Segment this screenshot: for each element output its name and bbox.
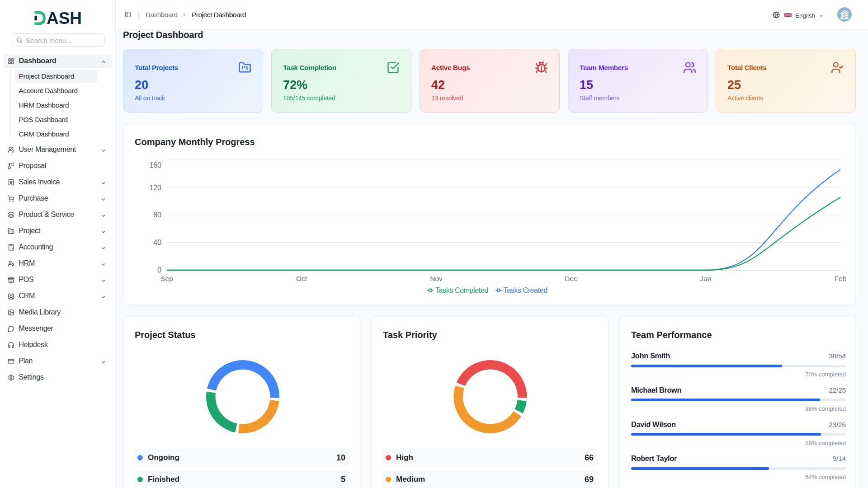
svg-text:40: 40 <box>153 239 161 246</box>
svg-text:160: 160 <box>149 161 161 169</box>
svg-text:Tasks Created: Tasks Created <box>504 286 547 294</box>
svg-text:Jan: Jan <box>700 275 712 282</box>
svg-text:Sep: Sep <box>160 275 173 282</box>
svg-text:80: 80 <box>153 211 161 219</box>
svg-text:0: 0 <box>157 266 161 274</box>
svg-text:Tasks Completed: Tasks Completed <box>435 286 488 294</box>
svg-text:Oct: Oct <box>296 275 307 282</box>
svg-text:ASH: ASH <box>47 9 82 27</box>
svg-text:120: 120 <box>149 184 161 192</box>
svg-text:Feb: Feb <box>835 275 847 282</box>
svg-text:Dec: Dec <box>565 275 577 282</box>
svg-text:Nov: Nov <box>430 275 443 282</box>
